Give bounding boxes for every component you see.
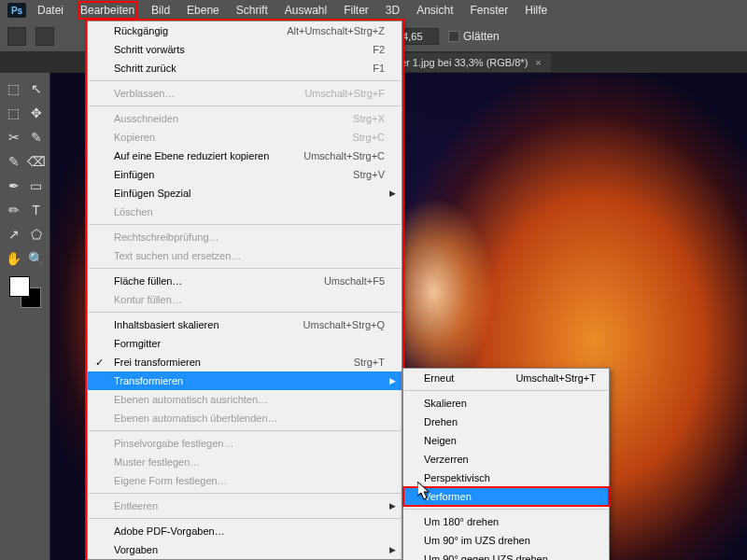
edit-item-16[interactable]: Fläche füllen…Umschalt+F5 [88,272,402,290]
menu-3d[interactable]: 3D [386,4,400,17]
menu-hilfe[interactable]: Hilfe [525,4,547,17]
transform-item-2[interactable]: Skalieren [403,394,609,413]
menu-bearbeiten[interactable]: Bearbeiten [80,4,134,17]
tools-panel: ⬚↖⬚✥✂✎✎⌫✒▭✏T↗⬠✋🔍 [0,73,50,560]
edit-item-26: Pinselvorgabe festlegen… [88,434,402,453]
edit-item-27: Muster festlegen… [88,453,402,471]
tool-0[interactable]: ⬚ [4,78,24,99]
edit-item-20[interactable]: Formgitter [88,334,402,353]
tool-11[interactable]: T [26,200,47,220]
tool-preset-icon[interactable] [7,27,26,46]
menu-auswahl[interactable]: Auswahl [285,4,327,17]
tool-8[interactable]: ✒ [4,175,24,196]
menu-schrift[interactable]: Schrift [236,4,268,17]
smooth-checkbox[interactable] [448,31,459,42]
transform-item-0[interactable]: ErneutUmschalt+Strg+T [403,369,609,387]
app-logo: Ps [7,3,26,18]
tool-14[interactable]: ✋ [4,248,24,269]
edit-item-1[interactable]: Schritt vorwärtsF2 [88,40,402,59]
tool-6[interactable]: ✎ [4,151,24,172]
grid-icon[interactable] [35,27,54,46]
edit-item-22[interactable]: Transformieren▶ [88,371,402,390]
smooth-option[interactable]: Glätten [448,30,500,43]
tool-12[interactable]: ↗ [4,224,24,245]
edit-menu-dropdown: RückgängigAlt+Umschalt+Strg+ZSchritt vor… [87,21,402,560]
tool-4[interactable]: ✂ [4,127,24,147]
menu-datei[interactable]: Datei [37,4,63,17]
menu-ebene[interactable]: Ebene [187,4,219,17]
transform-item-4[interactable]: Neigen [403,431,609,450]
mouse-cursor [417,482,432,500]
edit-item-19[interactable]: Inhaltsbasiert skalierenUmschalt+Strg+Q [88,315,402,334]
edit-item-11: Löschen [88,203,402,221]
tool-9[interactable]: ▭ [26,175,47,196]
tool-10[interactable]: ✏ [4,200,24,220]
edit-item-21[interactable]: ✓Frei transformierenStrg+T [88,353,402,371]
transform-item-7[interactable]: Verformen [403,487,609,506]
tool-1[interactable]: ↖ [26,78,47,99]
edit-item-33[interactable]: Vorgaben▶ [88,540,402,559]
tool-5[interactable]: ✎ [26,127,47,147]
transform-item-11[interactable]: Um 90° gegen UZS drehen [403,550,609,560]
transform-item-6[interactable]: Perspektivisch [403,469,609,487]
tool-7[interactable]: ⌫ [26,151,47,172]
edit-item-14: Text suchen und ersetzen… [88,246,402,265]
menu-fenster[interactable]: Fenster [471,4,509,17]
transform-item-9[interactable]: Um 180° drehen [403,512,609,531]
menubar: Ps Datei Bearbeiten Bild Ebene Schrift A… [0,0,747,21]
edit-item-0[interactable]: RückgängigAlt+Umschalt+Strg+Z [88,21,402,40]
tool-3[interactable]: ✥ [26,103,47,123]
transform-item-3[interactable]: Drehen [403,413,609,431]
edit-item-13: Rechtschreibprüfung… [88,228,402,246]
edit-item-23: Ebenen automatisch ausrichten… [88,390,402,409]
menu-bild[interactable]: Bild [151,4,170,17]
tab-label: Feuer 1.jpg bei 33,3% (RGB/8*) [383,57,528,68]
edit-item-17: Kontur füllen… [88,290,402,309]
transform-submenu: ErneutUmschalt+Strg+TSkalierenDrehenNeig… [402,368,610,560]
color-swatches[interactable] [9,276,41,308]
edit-item-8[interactable]: Auf eine Ebene reduziert kopierenUmschal… [88,147,402,165]
edit-item-4: Verblassen…Umschalt+Strg+F [88,84,402,103]
close-icon[interactable]: × [535,57,541,68]
transform-item-5[interactable]: Verzerren [403,450,609,469]
menu-ansicht[interactable]: Ansicht [416,4,453,17]
menu-filter[interactable]: Filter [344,4,369,17]
edit-item-7: KopierenStrg+C [88,128,402,147]
edit-item-10[interactable]: Einfügen Spezial▶ [88,184,402,203]
transform-item-10[interactable]: Um 90° im UZS drehen [403,531,609,550]
edit-item-2[interactable]: Schritt zurückF1 [88,59,402,77]
edit-item-6: AusschneidenStrg+X [88,109,402,128]
edit-item-30: Entleeren▶ [88,497,402,515]
smooth-label: Glätten [463,30,500,43]
tool-2[interactable]: ⬚ [4,103,24,123]
tool-15[interactable]: 🔍 [26,248,47,269]
edit-item-24: Ebenen automatisch überblenden… [88,409,402,427]
edit-item-9[interactable]: EinfügenStrg+V [88,165,402,184]
foreground-color[interactable] [9,276,30,297]
tool-13[interactable]: ⬠ [26,224,47,245]
edit-item-28: Eigene Form festlegen… [88,471,402,490]
edit-item-32[interactable]: Adobe PDF-Vorgaben… [88,522,402,540]
